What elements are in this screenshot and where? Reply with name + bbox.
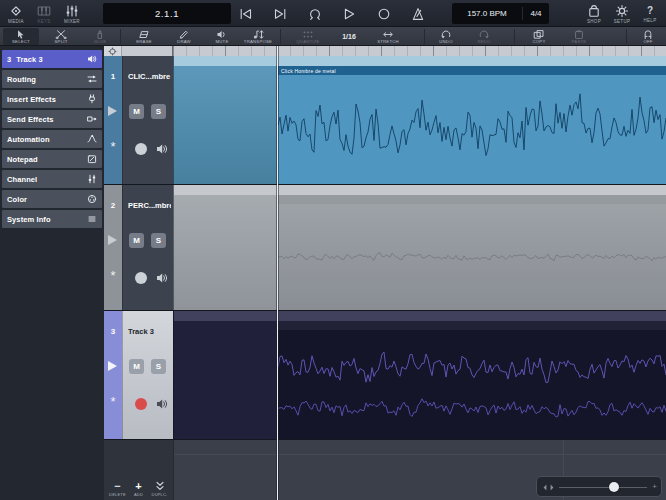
position-display[interactable]: 2.1.1	[103, 3, 231, 24]
media-icon	[9, 4, 23, 18]
track-lane-2[interactable]	[173, 185, 666, 310]
keys-button[interactable]: KEYS	[30, 0, 58, 27]
zoom-slider-thumb[interactable]	[609, 482, 619, 492]
sidebar-item-label: Notepad	[7, 155, 38, 164]
gear-icon	[615, 4, 629, 18]
lane-top-strip	[174, 56, 666, 66]
paste-button[interactable]: PASTE	[560, 28, 598, 45]
track-lane-3[interactable]	[173, 311, 666, 439]
ruler-tick-area[interactable]	[173, 46, 666, 56]
audio-clip-track1[interactable]: Click Hombre de metal	[278, 66, 666, 184]
minus-icon: −	[114, 481, 120, 491]
mixer-label: MIXER	[64, 19, 80, 24]
delete-track-button[interactable]: − DELETE	[107, 481, 128, 497]
mute-button[interactable]: M	[129, 104, 144, 119]
metronome-button[interactable]	[410, 6, 426, 22]
zoom-slider-track[interactable]	[559, 487, 647, 488]
metronome-icon	[411, 7, 425, 21]
sidebar-item-label: Track 3	[16, 55, 43, 64]
audio-clip-track2[interactable]	[278, 195, 666, 310]
undo-button[interactable]: UNDO	[428, 28, 464, 45]
tool-draw[interactable]: DRAW	[166, 28, 202, 45]
shop-button[interactable]: SHOP	[580, 0, 608, 27]
sidebar-item-routing[interactable]: Routing	[2, 70, 102, 88]
track-play-icon[interactable]	[108, 361, 117, 371]
track-header-3[interactable]: 3 * Track 3 M S	[104, 311, 173, 439]
track-header-2[interactable]: 2 * PERC...mbre M S	[104, 185, 173, 310]
sidebar-item-system-info[interactable]: System Info	[2, 210, 102, 228]
go-to-start-button[interactable]	[238, 6, 254, 22]
tool-transpose[interactable]: TRANSPOSE	[238, 28, 278, 45]
track-header-1[interactable]: 1 * CLIC...mbre M S	[104, 56, 173, 184]
tool-stretch[interactable]: STRETCH	[366, 28, 410, 45]
quantize-value-button[interactable]: 1/16	[334, 28, 364, 45]
mute-button[interactable]: M	[129, 359, 144, 374]
tool-select[interactable]: SELECT	[3, 28, 39, 45]
tool-mute[interactable]: MUTE	[204, 28, 240, 45]
monitor-speaker-icon[interactable]	[156, 398, 168, 410]
track-play-icon[interactable]	[108, 106, 117, 116]
timeline-ruler[interactable]	[104, 46, 666, 56]
track-name: Track 3	[128, 327, 171, 336]
add-label: ADD	[134, 492, 143, 497]
quantize-grid-icon	[302, 30, 314, 39]
record-button[interactable]	[376, 6, 392, 22]
track-lane-1[interactable]: Click Hombre de metal	[173, 56, 666, 184]
solo-button[interactable]: S	[151, 233, 166, 248]
copy-button[interactable]: COPY	[520, 28, 558, 45]
solo-button[interactable]: S	[151, 104, 166, 119]
setup-button[interactable]: SETUP	[608, 0, 636, 27]
record-arm-button[interactable]	[135, 143, 147, 155]
shopping-bag-icon	[587, 4, 601, 18]
tool-quantize[interactable]: QUANTIZE	[288, 28, 328, 45]
inspector-sidebar: 3 Track 3 Routing Insert Effects Send Ef…	[0, 46, 104, 500]
tool-erase[interactable]: ERASE	[126, 28, 162, 45]
sidebar-item-track[interactable]: 3 Track 3	[2, 50, 102, 68]
track-name-area[interactable]: Track 3 M S	[122, 311, 173, 439]
magnet-snap-icon	[642, 30, 654, 39]
record-arm-button[interactable]	[135, 272, 147, 284]
cycle-loop-button[interactable]	[307, 6, 323, 22]
tool-glue[interactable]: GLUE	[82, 28, 118, 45]
sidebar-item-label: Routing	[7, 75, 36, 84]
sidebar-item-notepad[interactable]: Notepad	[2, 150, 102, 168]
freeze-star-icon[interactable]: *	[104, 139, 122, 155]
solo-button[interactable]: S	[151, 359, 166, 374]
freeze-star-icon[interactable]: *	[104, 268, 122, 284]
sidebar-item-insert-effects[interactable]: Insert Effects	[2, 90, 102, 108]
locator-cell[interactable]	[104, 46, 122, 56]
tool-split[interactable]: SPLIT	[43, 28, 79, 45]
add-track-button[interactable]: + ADD	[128, 481, 149, 497]
track-play-icon[interactable]	[108, 235, 117, 245]
mixer-button[interactable]: MIXER	[58, 0, 86, 27]
media-button[interactable]: MEDIA	[2, 0, 30, 27]
play-button[interactable]	[341, 6, 357, 22]
redo-button[interactable]: REDO	[466, 28, 502, 45]
duplicate-track-button[interactable]: DUPLC.	[149, 481, 170, 497]
toolbar-divider	[514, 29, 515, 44]
zoom-navigator[interactable]: +	[536, 476, 662, 497]
track-name-area[interactable]: PERC...mbre M S	[122, 185, 173, 310]
playhead-cursor[interactable]	[277, 46, 278, 500]
waveform-canvas-track3	[278, 330, 666, 439]
send-arrow-icon	[87, 114, 97, 124]
sidebar-item-automation[interactable]: Automation	[2, 130, 102, 148]
sidebar-item-color[interactable]: Color	[2, 190, 102, 208]
snap-toggle[interactable]: OFF	[633, 28, 663, 45]
scissors-icon	[55, 30, 67, 39]
help-button[interactable]: ? HELP	[636, 0, 664, 27]
automation-curve-icon	[87, 134, 97, 144]
go-to-end-button[interactable]	[272, 6, 288, 22]
monitor-speaker-icon[interactable]	[156, 143, 168, 155]
freeze-star-icon[interactable]: *	[104, 394, 122, 410]
tempo-display[interactable]: 157.0 BPM 4/4	[452, 3, 549, 24]
sidebar-item-label: Send Effects	[7, 115, 54, 124]
track-name-area[interactable]: CLIC...mbre M S	[122, 56, 173, 184]
mute-button[interactable]: M	[129, 233, 144, 248]
audio-clip-track3[interactable]	[278, 321, 666, 439]
monitor-speaker-icon[interactable]	[156, 272, 168, 284]
sidebar-item-send-effects[interactable]: Send Effects	[2, 110, 102, 128]
sidebar-item-channel[interactable]: Channel	[2, 170, 102, 188]
duplicate-label: DUPLC.	[152, 492, 168, 497]
record-arm-button-armed[interactable]	[135, 398, 147, 410]
